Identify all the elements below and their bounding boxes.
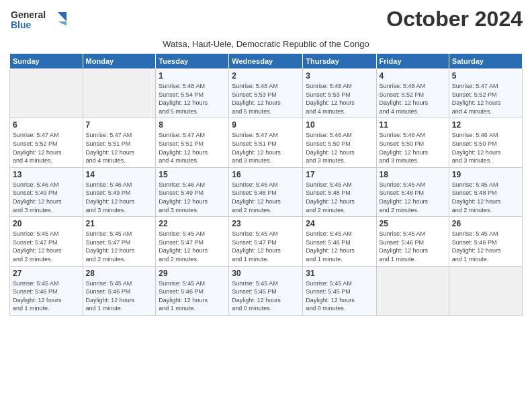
calendar-cell: 11Sunrise: 5:46 AMSunset: 5:50 PMDayligh… — [376, 118, 449, 167]
day-number: 4 — [380, 71, 446, 81]
day-detail: Sunrise: 5:45 AMSunset: 5:47 PMDaylight:… — [13, 230, 80, 263]
day-number: 14 — [86, 170, 153, 179]
day-detail: Sunrise: 5:45 AMSunset: 5:48 PMDaylight:… — [232, 181, 300, 214]
calendar-cell: 2Sunrise: 5:48 AMSunset: 5:53 PMDaylight… — [229, 69, 303, 118]
day-number: 30 — [232, 269, 300, 278]
day-detail: Sunrise: 5:47 AMSunset: 5:52 PMDaylight:… — [13, 131, 80, 165]
day-detail: Sunrise: 5:45 AMSunset: 5:45 PMDaylight:… — [232, 279, 300, 313]
day-number: 13 — [13, 170, 80, 179]
day-detail: Sunrise: 5:45 AMSunset: 5:46 PMDaylight:… — [13, 279, 80, 313]
col-tuesday: Tuesday — [156, 54, 229, 69]
calendar-cell: 5Sunrise: 5:47 AMSunset: 5:52 PMDaylight… — [449, 69, 522, 118]
calendar-cell: 28Sunrise: 5:45 AMSunset: 5:46 PMDayligh… — [83, 266, 156, 315]
day-detail: Sunrise: 5:46 AMSunset: 5:49 PMDaylight:… — [159, 181, 226, 214]
svg-marker-2 — [58, 12, 66, 21]
calendar-cell — [10, 69, 83, 118]
calendar-cell: 29Sunrise: 5:45 AMSunset: 5:46 PMDayligh… — [156, 266, 229, 315]
svg-text:General: General — [11, 9, 46, 20]
col-wednesday: Wednesday — [229, 54, 303, 69]
calendar-table: Sunday Monday Tuesday Wednesday Thursday… — [9, 53, 523, 316]
day-detail: Sunrise: 5:45 AMSunset: 5:46 PMDaylight:… — [86, 279, 153, 313]
day-detail: Sunrise: 5:46 AMSunset: 5:50 PMDaylight:… — [380, 131, 446, 165]
calendar-cell: 27Sunrise: 5:45 AMSunset: 5:46 PMDayligh… — [10, 266, 83, 315]
calendar-cell: 4Sunrise: 5:48 AMSunset: 5:52 PMDaylight… — [376, 69, 449, 118]
day-number: 19 — [452, 170, 519, 179]
day-number: 27 — [13, 269, 80, 278]
day-detail: Sunrise: 5:47 AMSunset: 5:51 PMDaylight:… — [159, 131, 226, 165]
day-detail: Sunrise: 5:47 AMSunset: 5:51 PMDaylight:… — [232, 131, 300, 165]
day-number: 16 — [232, 170, 300, 179]
calendar-cell: 20Sunrise: 5:45 AMSunset: 5:47 PMDayligh… — [10, 217, 83, 266]
day-number: 22 — [159, 219, 226, 228]
day-detail: Sunrise: 5:48 AMSunset: 5:53 PMDaylight:… — [232, 82, 300, 116]
calendar-cell: 30Sunrise: 5:45 AMSunset: 5:45 PMDayligh… — [229, 266, 303, 315]
calendar-cell: 26Sunrise: 5:45 AMSunset: 5:46 PMDayligh… — [449, 217, 522, 266]
calendar-cell: 31Sunrise: 5:45 AMSunset: 5:45 PMDayligh… — [303, 266, 376, 315]
col-thursday: Thursday — [303, 54, 376, 69]
calendar-cell: 16Sunrise: 5:45 AMSunset: 5:48 PMDayligh… — [229, 167, 303, 216]
calendar-cell: 22Sunrise: 5:45 AMSunset: 5:47 PMDayligh… — [156, 217, 229, 266]
day-number: 28 — [86, 269, 153, 278]
calendar-cell: 23Sunrise: 5:45 AMSunset: 5:47 PMDayligh… — [229, 217, 303, 266]
day-detail: Sunrise: 5:47 AMSunset: 5:51 PMDaylight:… — [86, 131, 153, 165]
day-number: 26 — [452, 219, 519, 228]
calendar-cell: 15Sunrise: 5:46 AMSunset: 5:49 PMDayligh… — [156, 167, 229, 216]
calendar-cell — [83, 69, 156, 118]
col-sunday: Sunday — [10, 54, 83, 69]
page: General Blue October 2024 Watsa, Haut-Ue… — [0, 0, 532, 411]
day-detail: Sunrise: 5:45 AMSunset: 5:46 PMDaylight:… — [452, 230, 519, 263]
day-detail: Sunrise: 5:47 AMSunset: 5:52 PMDaylight:… — [452, 82, 519, 116]
calendar-cell: 9Sunrise: 5:47 AMSunset: 5:51 PMDaylight… — [229, 118, 303, 167]
day-detail: Sunrise: 5:45 AMSunset: 5:47 PMDaylight:… — [159, 230, 226, 263]
day-number: 20 — [13, 219, 80, 228]
day-number: 12 — [452, 120, 519, 130]
day-detail: Sunrise: 5:45 AMSunset: 5:46 PMDaylight:… — [306, 230, 373, 263]
day-detail: Sunrise: 5:46 AMSunset: 5:50 PMDaylight:… — [306, 131, 373, 165]
calendar-cell — [449, 266, 522, 315]
calendar-cell: 7Sunrise: 5:47 AMSunset: 5:51 PMDaylight… — [83, 118, 156, 167]
svg-text:Blue: Blue — [11, 19, 32, 30]
calendar-cell — [376, 266, 449, 315]
day-number: 8 — [159, 120, 226, 130]
calendar-week-5: 27Sunrise: 5:45 AMSunset: 5:46 PMDayligh… — [10, 266, 523, 315]
day-number: 10 — [306, 120, 373, 130]
day-number: 31 — [306, 269, 373, 278]
calendar-week-1: 1Sunrise: 5:48 AMSunset: 5:54 PMDaylight… — [10, 69, 523, 118]
day-detail: Sunrise: 5:48 AMSunset: 5:54 PMDaylight:… — [159, 82, 226, 116]
day-number: 15 — [159, 170, 226, 179]
day-detail: Sunrise: 5:45 AMSunset: 5:46 PMDaylight:… — [159, 279, 226, 313]
logo-text: General Blue — [9, 7, 70, 36]
calendar-cell: 19Sunrise: 5:45 AMSunset: 5:48 PMDayligh… — [449, 167, 522, 216]
day-detail: Sunrise: 5:45 AMSunset: 5:45 PMDaylight:… — [306, 279, 373, 313]
day-number: 18 — [380, 170, 446, 179]
svg-marker-3 — [58, 21, 66, 26]
header-row: Sunday Monday Tuesday Wednesday Thursday… — [10, 54, 523, 69]
day-detail: Sunrise: 5:45 AMSunset: 5:47 PMDaylight:… — [232, 230, 300, 263]
day-detail: Sunrise: 5:45 AMSunset: 5:48 PMDaylight:… — [452, 181, 519, 214]
col-monday: Monday — [83, 54, 156, 69]
calendar-cell: 14Sunrise: 5:46 AMSunset: 5:49 PMDayligh… — [83, 167, 156, 216]
calendar-cell: 21Sunrise: 5:45 AMSunset: 5:47 PMDayligh… — [83, 217, 156, 266]
day-number: 1 — [159, 71, 226, 81]
calendar-cell: 8Sunrise: 5:47 AMSunset: 5:51 PMDaylight… — [156, 118, 229, 167]
day-detail: Sunrise: 5:46 AMSunset: 5:50 PMDaylight:… — [452, 131, 519, 165]
day-detail: Sunrise: 5:45 AMSunset: 5:48 PMDaylight:… — [306, 181, 373, 214]
header: General Blue October 2024 — [9, 7, 523, 36]
day-detail: Sunrise: 5:45 AMSunset: 5:48 PMDaylight:… — [380, 181, 446, 214]
calendar-week-4: 20Sunrise: 5:45 AMSunset: 5:47 PMDayligh… — [10, 217, 523, 266]
calendar-cell: 18Sunrise: 5:45 AMSunset: 5:48 PMDayligh… — [376, 167, 449, 216]
logo: General Blue — [9, 7, 70, 36]
day-number: 5 — [452, 71, 519, 81]
day-detail: Sunrise: 5:46 AMSunset: 5:49 PMDaylight:… — [86, 181, 153, 214]
day-detail: Sunrise: 5:46 AMSunset: 5:49 PMDaylight:… — [13, 181, 80, 214]
day-number: 11 — [380, 120, 446, 130]
day-number: 9 — [232, 120, 300, 130]
subtitle: Watsa, Haut-Uele, Democratic Republic of… — [9, 39, 523, 49]
calendar-cell: 6Sunrise: 5:47 AMSunset: 5:52 PMDaylight… — [10, 118, 83, 167]
day-number: 3 — [306, 71, 373, 81]
day-detail: Sunrise: 5:45 AMSunset: 5:47 PMDaylight:… — [86, 230, 153, 263]
calendar-cell: 17Sunrise: 5:45 AMSunset: 5:48 PMDayligh… — [303, 167, 376, 216]
day-number: 23 — [232, 219, 300, 228]
calendar-cell: 12Sunrise: 5:46 AMSunset: 5:50 PMDayligh… — [449, 118, 522, 167]
calendar-cell: 25Sunrise: 5:45 AMSunset: 5:46 PMDayligh… — [376, 217, 449, 266]
